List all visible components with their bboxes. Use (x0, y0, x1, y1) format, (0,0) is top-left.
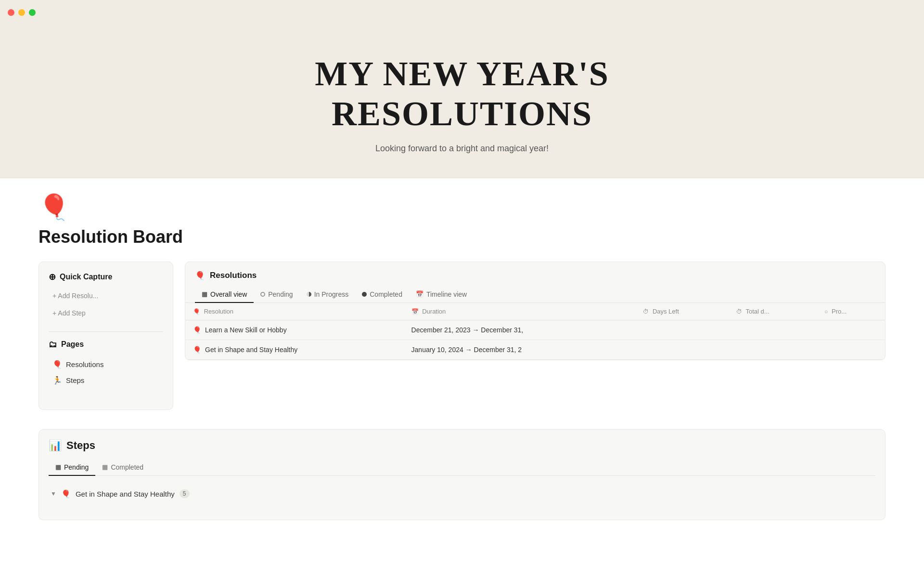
table-header-row: 🎈 Resolution 📅 Duration ⏱ Days Left (185, 303, 885, 320)
steps-completed-icon: ▦ (102, 463, 108, 471)
quick-capture-header: ⊕ Quick Capture (49, 272, 163, 282)
group-label: Get in Shape and Stay Healthy (76, 490, 175, 498)
steps-pending-icon: ▦ (55, 463, 61, 471)
col-total-d: ⏱ Total d... (729, 303, 817, 320)
completed-label: Completed (370, 290, 402, 298)
steps-group: ▼ 🎈 Get in Shape and Stay Healthy 5 (49, 486, 875, 502)
minimize-button[interactable] (18, 9, 25, 16)
steps-header: 📊 Steps (49, 439, 875, 452)
hero-title: MY NEW YEAR'SRESOLUTIONS (0, 54, 924, 134)
group-row[interactable]: ▼ 🎈 Get in Shape and Stay Healthy 5 (49, 486, 875, 502)
divider (49, 331, 163, 332)
row1-resolution: 🎈 Learn a New Skill or Hobby (185, 320, 404, 340)
resolutions-header-label: Resolutions (210, 271, 257, 280)
steps-label: Steps (66, 376, 84, 384)
resolutions-header-icon: 🎈 (195, 271, 205, 281)
steps-tab-completed[interactable]: ▦ Completed (95, 460, 150, 476)
sidebar-item-resolutions[interactable]: 🎈 Resolutions (49, 356, 163, 372)
row2-days-left (635, 340, 729, 359)
hero-banner: MY NEW YEAR'SRESOLUTIONS Looking forward… (0, 25, 924, 178)
row2-resolution: 🎈 Get in Shape and Stay Healthy (185, 340, 404, 359)
group-toggle-icon: ▼ (51, 490, 56, 497)
row1-progress (817, 320, 885, 340)
resolutions-tabs: ▦ Overall view Pending In Progress Compl… (185, 287, 885, 303)
resolutions-icon: 🎈 (52, 360, 62, 369)
steps-pending-label: Pending (64, 463, 89, 471)
resolutions-panel: 🎈 Resolutions ▦ Overall view Pending In … (185, 262, 886, 360)
steps-tabs: ▦ Pending ▦ Completed (49, 460, 875, 476)
timeline-icon: 📅 (416, 290, 424, 298)
tab-pending[interactable]: Pending (254, 287, 299, 303)
timeline-label: Timeline view (426, 290, 467, 298)
table-row[interactable]: 🎈 Get in Shape and Stay Healthy January … (185, 340, 885, 359)
group-resolution-icon: 🎈 (61, 489, 71, 499)
overall-view-label: Overall view (210, 290, 247, 298)
steps-icon: 🏃 (52, 376, 62, 385)
pages-label: Pages (61, 340, 84, 349)
left-panel: ⊕ Quick Capture + Add Resolu... + Add St… (38, 262, 173, 410)
tab-in-progress[interactable]: In Progress (300, 287, 356, 303)
quick-capture-icon: ⊕ (49, 272, 56, 282)
row1-icon: 🎈 (193, 326, 201, 334)
in-progress-dot-icon (307, 292, 311, 297)
table-row[interactable]: 🎈 Learn a New Skill or Hobby December 21… (185, 320, 885, 340)
steps-header-label: Steps (66, 439, 95, 452)
close-button[interactable] (8, 9, 14, 16)
pages-list: 🎈 Resolutions 🏃 Steps (49, 356, 163, 388)
quick-capture-label: Quick Capture (60, 273, 112, 281)
group-count: 5 (180, 489, 190, 498)
steps-tab-pending[interactable]: ▦ Pending (49, 460, 95, 476)
steps-completed-label: Completed (111, 463, 143, 471)
row1-total-d (729, 320, 817, 340)
row2-progress (817, 340, 885, 359)
completed-dot-icon (362, 292, 367, 297)
row1-duration: December 21, 2023 → December 31, (404, 320, 636, 340)
pages-header: 🗂 Pages (49, 340, 163, 350)
title-bar (0, 0, 924, 25)
row1-days-left (635, 320, 729, 340)
pages-icon: 🗂 (49, 340, 57, 350)
pending-label: Pending (268, 290, 293, 298)
add-step-button[interactable]: + Add Step (49, 306, 163, 320)
in-progress-label: In Progress (314, 290, 349, 298)
overall-view-icon: ▦ (202, 290, 207, 298)
pending-dot-icon (260, 292, 265, 297)
steps-header-icon: 📊 (49, 439, 62, 452)
col-resolution: 🎈 Resolution (185, 303, 404, 320)
row2-total-d (729, 340, 817, 359)
add-step-label: + Add Step (52, 309, 86, 317)
quick-capture-section: ⊕ Quick Capture + Add Resolu... + Add St… (49, 272, 163, 320)
page-icon: 🎈 (38, 193, 886, 222)
tab-overall-view[interactable]: ▦ Overall view (195, 287, 254, 303)
resolutions-data-table: 🎈 Resolution 📅 Duration ⏱ Days Left (185, 303, 885, 360)
col-days-left: ⏱ Days Left (635, 303, 729, 320)
tab-completed[interactable]: Completed (355, 287, 409, 303)
steps-section: 📊 Steps ▦ Pending ▦ Completed ▼ 🎈 Get in… (38, 429, 886, 520)
col-progress: ○ Pro... (817, 303, 885, 320)
row2-duration: January 10, 2024 → December 31, 2 (404, 340, 636, 359)
col-duration: 📅 Duration (404, 303, 636, 320)
add-resolution-button[interactable]: + Add Resolu... (49, 289, 163, 302)
row2-icon: 🎈 (193, 346, 201, 354)
board-title: Resolution Board (38, 227, 886, 247)
resolutions-label: Resolutions (66, 360, 103, 368)
sidebar-item-steps[interactable]: 🏃 Steps (49, 372, 163, 388)
hero-subtitle: Looking forward to a bright and magical … (0, 144, 924, 154)
add-resolution-label: + Add Resolu... (52, 292, 98, 300)
resolutions-header: 🎈 Resolutions (185, 262, 885, 287)
maximize-button[interactable] (29, 9, 36, 16)
board-layout: ⊕ Quick Capture + Add Resolu... + Add St… (38, 262, 886, 410)
table-area: 🎈 Resolution 📅 Duration ⏱ Days Left (185, 303, 885, 360)
main-content: 🎈 Resolution Board ⊕ Quick Capture + Add… (0, 178, 924, 539)
pages-section: 🗂 Pages 🎈 Resolutions 🏃 Steps (49, 340, 163, 388)
tab-timeline-view[interactable]: 📅 Timeline view (409, 287, 474, 303)
